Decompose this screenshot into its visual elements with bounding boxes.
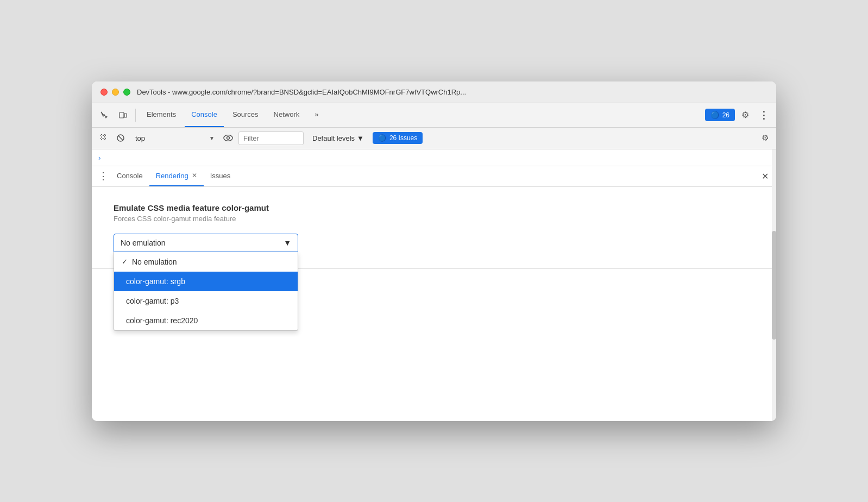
scrollbar-thumb[interactable] [772,231,776,340]
drawer-tab-rendering[interactable]: Rendering ✕ [149,166,204,186]
breadcrumb: › [92,149,776,166]
maximize-button[interactable] [123,89,130,96]
drawer-close-button[interactable]: ✕ [758,169,772,183]
color-gamut-dropdown[interactable]: No emulation ▼ ✓ No emulation color-gamu… [114,234,298,252]
drawer-tab-console[interactable]: Console [110,166,149,186]
dropdown-list: ✓ No emulation color-gamut: srgb color-g… [114,252,298,331]
window-title: DevTools - www.google.com/chrome/?brand=… [137,88,768,96]
block-icon-button[interactable] [114,131,128,145]
dropdown-item-p3[interactable]: color-gamut: p3 [114,291,298,311]
dropdown-current-value: No emulation [121,239,166,247]
clear-console-button[interactable] [96,131,110,145]
devtools-window: DevTools - www.google.com/chrome/?brand=… [92,81,776,421]
scrollbar-track [772,149,776,421]
settings-button[interactable]: ⚙ [737,107,753,123]
issues-count-button[interactable]: 🔵 26 Issues [373,132,423,144]
titlebar: DevTools - www.google.com/chrome/?brand=… [92,81,776,103]
dropdown-item-rec2020[interactable]: color-gamut: rec2020 [114,311,298,330]
tab-network[interactable]: Network [267,103,306,127]
dropdown-item-no-emulation[interactable]: ✓ No emulation [114,252,298,272]
more-options-button[interactable]: ⋮ [756,107,772,123]
inspect-element-button[interactable] [96,107,112,123]
traffic-lights [100,89,130,96]
context-selector[interactable]: top ▼ [131,132,218,145]
console-toolbar: top ▼ Default levels ▼ 🔵 26 Issues ⚙ [92,128,776,149]
default-levels-button[interactable]: Default levels ▼ [307,132,369,145]
breadcrumb-arrow[interactable]: › [98,154,100,162]
drawer-more-button[interactable]: ⋮ [96,169,110,183]
drawer-area: › ⋮ Console Rendering ✕ Issues ✕ Emulate… [92,149,776,421]
console-settings-button[interactable]: ⚙ [758,131,772,145]
svg-marker-2 [100,134,106,140]
issues-icon: 🔵 [710,111,719,119]
tab-elements[interactable]: Elements [140,103,183,127]
close-button[interactable] [100,89,108,96]
main-content: Emulate CSS media feature color-gamut Fo… [92,187,776,268]
dropdown-trigger-arrow-icon: ▼ [284,239,291,247]
svg-point-5 [224,135,232,141]
svg-rect-0 [119,112,124,118]
issues-badge[interactable]: 🔵 26 [705,109,735,121]
tab-more[interactable]: » [308,103,325,127]
dropdown-item-srgb[interactable]: color-gamut: srgb [114,272,298,291]
svg-line-4 [118,136,123,141]
section-subtitle: Forces CSS color-gamut media feature [114,215,754,223]
section-title: Emulate CSS media feature color-gamut [114,203,754,212]
svg-rect-1 [124,114,127,117]
devtools-toolbar: Elements Console Sources Network » 🔵 26 … [92,103,776,128]
dropdown-trigger[interactable]: No emulation ▼ [114,234,298,252]
svg-point-6 [227,137,230,140]
minimize-button[interactable] [112,89,119,96]
toolbar-divider-1 [135,109,136,122]
filter-input[interactable] [238,131,304,145]
levels-dropdown-arrow-icon: ▼ [357,134,364,142]
top-select-input[interactable]: top [131,132,218,145]
device-toolbar-button[interactable] [115,107,131,123]
tab-console[interactable]: Console [185,103,224,127]
checkmark-icon: ✓ [122,258,128,266]
drawer-tab-issues[interactable]: Issues [204,166,237,186]
tab-sources[interactable]: Sources [226,103,265,127]
drawer-tabs-row: ⋮ Console Rendering ✕ Issues ✕ [92,166,776,187]
issues-count-icon: 🔵 [378,134,386,142]
eye-icon-button[interactable] [221,131,235,145]
rendering-tab-close[interactable]: ✕ [192,172,197,179]
